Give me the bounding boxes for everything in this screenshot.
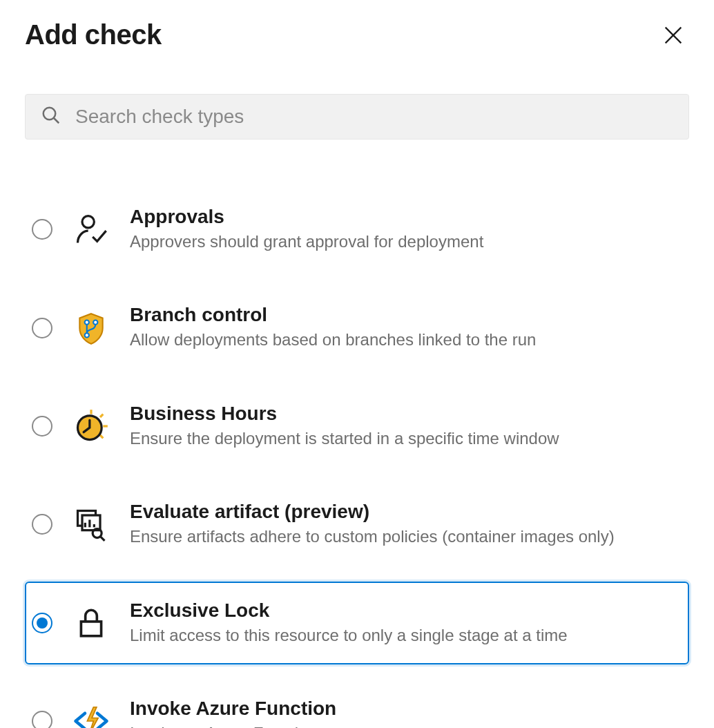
svg-point-5 [85, 320, 89, 324]
branch-control-icon [72, 309, 110, 347]
svg-line-9 [100, 414, 103, 417]
check-item-title: Business Hours [130, 403, 559, 425]
radio-button[interactable] [32, 514, 52, 535]
svg-line-3 [54, 118, 59, 124]
check-type-list: Approvals Approvers should grant approva… [25, 188, 689, 728]
check-item-description: Ensure artifacts adhere to custom polici… [130, 526, 615, 548]
check-item-text: Business Hours Ensure the deployment is … [130, 403, 559, 450]
check-item-title: Approvals [130, 206, 483, 228]
check-item-description: Approvers should grant approval for depl… [130, 231, 483, 253]
check-item-approvals[interactable]: Approvals Approvers should grant approva… [25, 188, 689, 271]
check-item-text: Evaluate artifact (preview) Ensure artif… [130, 501, 615, 548]
check-item-invoke-azure-function[interactable]: Invoke Azure Function Invoke an Azure Fu… [25, 680, 689, 728]
svg-rect-20 [81, 622, 101, 636]
check-item-title: Exclusive Lock [130, 600, 568, 622]
check-item-description: Invoke an Azure Function [130, 722, 336, 728]
check-item-business-hours[interactable]: Business Hours Ensure the deployment is … [25, 385, 689, 468]
check-item-text: Approvals Approvers should grant approva… [130, 206, 483, 253]
close-icon [662, 39, 685, 49]
svg-point-4 [82, 216, 94, 228]
search-input[interactable] [74, 105, 673, 128]
check-item-exclusive-lock[interactable]: Exclusive Lock Limit access to this reso… [25, 582, 689, 664]
radio-button[interactable] [32, 219, 52, 240]
radio-button[interactable] [32, 416, 52, 437]
check-item-text: Invoke Azure Function Invoke an Azure Fu… [130, 698, 336, 728]
check-item-description: Limit access to this resource to only a … [130, 624, 568, 646]
exclusive-lock-icon [72, 604, 110, 642]
check-item-title: Evaluate artifact (preview) [130, 501, 615, 523]
check-item-description: Allow deployments based on branches link… [130, 329, 536, 351]
azure-function-icon [72, 702, 110, 728]
search-icon [41, 105, 61, 128]
check-item-text: Exclusive Lock Limit access to this reso… [130, 600, 568, 646]
check-item-branch-control[interactable]: Branch control Allow deployments based o… [25, 286, 689, 369]
check-item-text: Branch control Allow deployments based o… [130, 304, 536, 351]
approvals-icon [72, 210, 110, 249]
svg-line-11 [100, 435, 103, 438]
close-button[interactable] [657, 19, 689, 51]
svg-line-19 [100, 537, 105, 542]
check-item-evaluate-artifact[interactable]: Evaluate artifact (preview) Ensure artif… [25, 483, 689, 566]
check-item-description: Ensure the deployment is started in a sp… [130, 428, 559, 450]
radio-button[interactable] [32, 711, 52, 728]
check-item-title: Invoke Azure Function [130, 698, 336, 720]
svg-point-2 [44, 108, 56, 120]
add-check-panel: Add check [0, 0, 714, 728]
svg-point-7 [85, 333, 89, 337]
radio-button[interactable] [32, 613, 52, 633]
business-hours-icon [72, 407, 110, 446]
page-title: Add check [25, 19, 162, 50]
evaluate-artifact-icon [72, 505, 110, 544]
search-wrapper[interactable] [25, 94, 689, 140]
radio-button[interactable] [32, 318, 52, 338]
header-row: Add check [25, 19, 689, 51]
svg-point-6 [93, 320, 97, 324]
check-item-title: Branch control [130, 304, 536, 326]
